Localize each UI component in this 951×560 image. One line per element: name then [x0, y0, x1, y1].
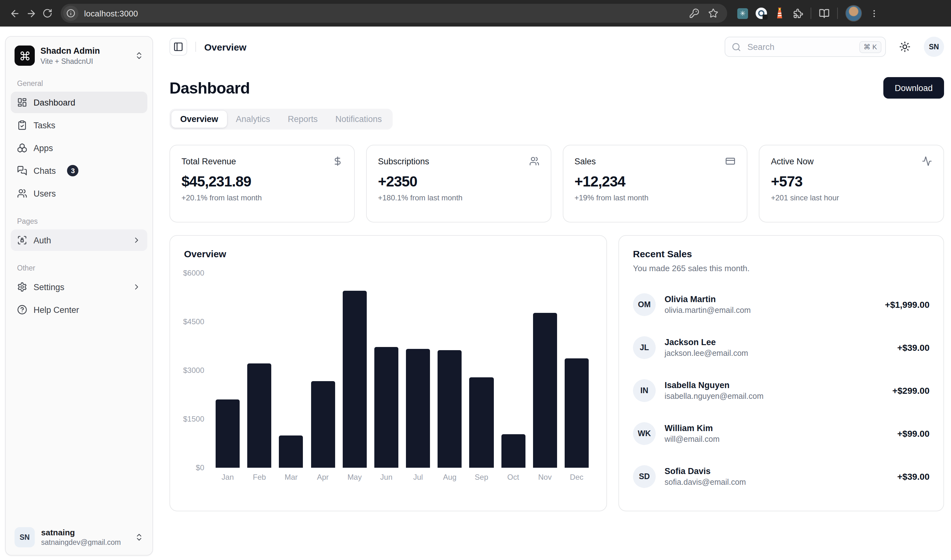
sale-row: WK William Kim will@email.com +$99.00: [633, 422, 929, 445]
lighthouse-icon[interactable]: [775, 8, 785, 19]
toolbar-divider: [837, 8, 838, 19]
x-tick-label: Apr: [307, 473, 339, 482]
x-tick-label: May: [339, 473, 370, 482]
bar-slot: [402, 273, 434, 468]
chats-badge: 3: [67, 165, 79, 176]
recent-sales-title: Recent Sales: [633, 248, 929, 259]
stat-title: Total Revenue: [182, 157, 236, 166]
tab-overview[interactable]: Overview: [171, 111, 227, 128]
x-tick-label: Mar: [275, 473, 307, 482]
x-tick-label: Oct: [497, 473, 529, 482]
search-input-wrapper[interactable]: ⌘ K: [724, 37, 886, 57]
header-avatar[interactable]: SN: [924, 37, 944, 57]
tab-analytics[interactable]: Analytics: [227, 111, 279, 128]
dollar-icon: [333, 156, 343, 166]
stat-card-sales: Sales +12,234 +19% from last month: [563, 145, 748, 223]
star-icon[interactable]: [708, 8, 718, 18]
site-info-icon[interactable]: [63, 6, 79, 21]
teal-extension-icon[interactable]: ✳: [737, 8, 748, 18]
x-tick-label: Feb: [244, 473, 275, 482]
reading-list-icon[interactable]: [819, 8, 829, 18]
sidebar-item-tasks[interactable]: Tasks: [11, 114, 147, 136]
download-button[interactable]: Download: [883, 77, 944, 98]
sale-email: jackson.lee@email.com: [664, 349, 748, 358]
stat-title: Sales: [575, 157, 596, 166]
stat-change: +19% from last month: [575, 194, 736, 202]
panel-left-icon: [173, 42, 183, 52]
recent-sales-subtitle: You made 265 sales this month.: [633, 263, 929, 273]
x-tick-label: Jun: [370, 473, 402, 482]
sale-amount: +$1,999.00: [885, 300, 929, 310]
sidebar-item-apps[interactable]: Apps: [11, 137, 147, 158]
more-menu-icon[interactable]: [869, 9, 879, 18]
sidebar-item-label: Users: [34, 189, 56, 198]
chevron-right-icon: [132, 283, 141, 291]
avatar: WK: [633, 422, 656, 445]
y-tick-label: $6000: [183, 269, 204, 277]
sidebar-item-help-center[interactable]: Help Center: [11, 299, 147, 320]
sidebar-user-menu[interactable]: SN satnaing satnaingdev@gmail.com: [11, 523, 147, 549]
sidebar-item-label: Apps: [34, 143, 53, 152]
x-tick-label: Jan: [212, 473, 244, 482]
tab-reports[interactable]: Reports: [279, 111, 327, 128]
stat-card-total-revenue: Total Revenue $45,231.89 +20.1% from las…: [170, 145, 355, 223]
sale-row: OM Olivia Martin olivia.martin@email.com…: [633, 293, 929, 316]
bar-slot: [212, 273, 244, 468]
bar-slot: [275, 273, 307, 468]
password-manager-icon[interactable]: [755, 8, 767, 19]
section-label-general: General: [17, 80, 141, 87]
team-switcher[interactable]: Shadcn Admin Vite + ShadcnUI: [11, 44, 147, 67]
bar-slot: [561, 273, 592, 468]
sale-row: JL Jackson Lee jackson.lee@email.com +$3…: [633, 336, 929, 359]
sidebar: Shadcn Admin Vite + ShadcnUI General Das…: [5, 36, 153, 555]
x-tick-label: Jul: [402, 473, 434, 482]
stat-change: +180.1% from last month: [378, 194, 539, 202]
sidebar-toggle-button[interactable]: [170, 38, 187, 55]
bar-dec: [565, 358, 589, 468]
bar-jun: [375, 347, 398, 468]
search-input[interactable]: [746, 42, 854, 52]
bar-oct: [501, 434, 525, 468]
address-bar[interactable]: localhost:3000: [61, 4, 727, 23]
tab-notifications[interactable]: Notifications: [327, 111, 391, 128]
bar-jan: [216, 400, 240, 468]
dashboard-tabs: Overview Analytics Reports Notifications: [170, 109, 393, 129]
sidebar-item-label: Settings: [34, 282, 65, 292]
stat-title: Active Now: [771, 157, 814, 166]
stat-change: +20.1% from last month: [182, 194, 343, 202]
stat-value: $45,231.89: [182, 173, 343, 190]
forward-icon[interactable]: [23, 5, 39, 22]
profile-avatar[interactable]: [845, 5, 862, 22]
sidebar-item-chats[interactable]: Chats 3: [11, 160, 147, 182]
sidebar-item-dashboard[interactable]: Dashboard: [11, 92, 147, 113]
back-icon[interactable]: [6, 5, 23, 22]
users-icon: [529, 156, 539, 166]
recent-sales-card: Recent Sales You made 265 sales this mon…: [618, 235, 944, 511]
avatar: IN: [633, 379, 656, 402]
sidebar-item-users[interactable]: Users: [11, 183, 147, 204]
sun-icon: [899, 41, 911, 52]
sidebar-item-auth[interactable]: Auth: [11, 229, 147, 251]
extensions-row: ✳: [737, 5, 879, 22]
sale-amount: +$39.00: [897, 472, 929, 482]
bar-nov: [533, 312, 557, 468]
reload-icon[interactable]: [39, 5, 55, 22]
theme-toggle-button[interactable]: [895, 37, 915, 57]
sale-name: Sofia Davis: [664, 466, 746, 476]
user-email: satnaingdev@gmail.com: [41, 538, 121, 546]
bar-feb: [247, 363, 271, 468]
puzzle-icon[interactable]: [792, 8, 803, 18]
brand-name: Shadcn Admin: [40, 46, 100, 57]
sidebar-item-label: Dashboard: [34, 98, 75, 107]
bar-chart: $0$1500$3000$4500$6000: [184, 273, 592, 468]
overview-chart-card: Overview $0$1500$3000$4500$6000 JanFebMa…: [170, 235, 607, 511]
sidebar-item-settings[interactable]: Settings: [11, 276, 147, 298]
chevrons-up-down-icon: [135, 533, 143, 542]
credit-card-icon: [726, 156, 736, 166]
sale-amount: +$299.00: [892, 386, 929, 396]
sale-amount: +$39.00: [897, 343, 929, 353]
user-avatar: SN: [15, 527, 35, 548]
search-icon: [732, 42, 741, 52]
key-icon[interactable]: [689, 8, 699, 18]
brand-subtitle: Vite + ShadcnUI: [40, 57, 100, 65]
